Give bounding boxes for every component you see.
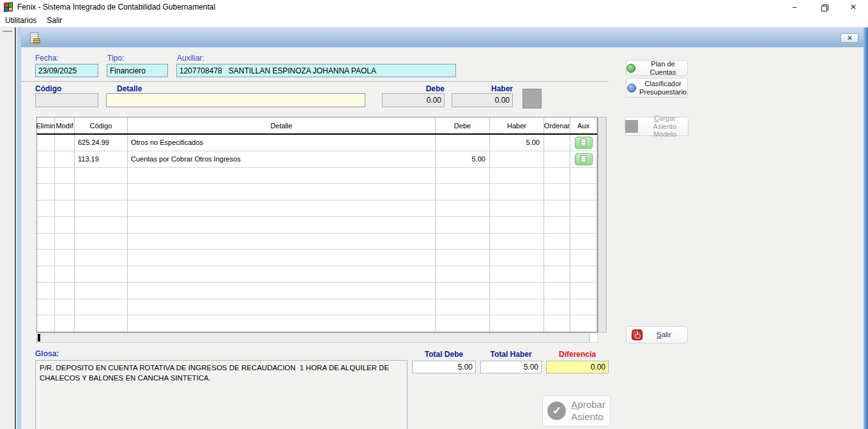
debe-input[interactable]: 0.00 [382, 93, 445, 107]
fecha-input[interactable]: 23/09/2025 [35, 64, 98, 77]
cell-debe: 5.00 [436, 151, 490, 167]
salir-label: Salir [657, 331, 671, 339]
table-row[interactable] [37, 250, 597, 266]
add-entry-button[interactable] [522, 89, 542, 109]
document-icon [30, 33, 38, 43]
notepad-icon [581, 139, 586, 146]
table-row[interactable] [37, 200, 597, 217]
cell-modif [55, 217, 75, 233]
restore-icon [821, 4, 827, 10]
table-row[interactable] [37, 234, 597, 250]
cell-debe [436, 217, 490, 233]
left-collapsed-panel[interactable] [0, 27, 16, 429]
cell-elimin [37, 151, 55, 167]
close-button[interactable]: ✕ [839, 0, 868, 14]
detalle-input[interactable] [106, 93, 365, 107]
total-debe-field: 5.00 [412, 361, 476, 373]
cell-codigo [75, 168, 128, 184]
table-row[interactable]: 625.24.99Otros no Especificados5.00 [37, 135, 597, 151]
cell-haber [490, 151, 544, 167]
table-bottom-strip[interactable] [36, 333, 590, 343]
aux-button[interactable] [575, 137, 593, 149]
cell-detalle [128, 200, 436, 216]
haber-label: Haber [452, 84, 513, 93]
auxiliar-input[interactable]: 1207708478 SANTILLAN ESPINOZA JOHANNA PA… [176, 64, 456, 77]
cell-modif [55, 299, 75, 315]
cell-codigo [75, 250, 128, 266]
cell-aux [570, 135, 597, 151]
cell-ordenar [544, 184, 570, 200]
menu-utilitarios[interactable]: Utilitarios [0, 14, 42, 27]
column-header[interactable]: Debe [436, 117, 490, 133]
cell-modif [55, 266, 75, 282]
cell-elimin [37, 200, 55, 216]
column-header[interactable]: Detalle [128, 117, 436, 133]
panel-grabber-icon [3, 31, 12, 32]
restore-button[interactable] [809, 0, 839, 14]
cell-detalle [128, 315, 436, 331]
cell-haber [490, 168, 544, 184]
cell-debe [436, 200, 490, 216]
cell-aux [570, 315, 597, 331]
cell-ordenar [544, 234, 570, 250]
cell-aux [570, 184, 597, 200]
table-row[interactable] [37, 184, 597, 200]
cell-codigo [75, 266, 128, 282]
table-row[interactable] [37, 299, 597, 316]
glosa-textarea[interactable]: P/R. DEPOSITO EN CUENTA ROTATIVA DE INGR… [35, 360, 407, 429]
column-header[interactable]: Modif [55, 117, 75, 133]
notepad-icon [581, 155, 586, 163]
table-row[interactable] [37, 168, 597, 184]
diferencia-field: 0.00 [546, 361, 609, 373]
table-row[interactable] [37, 283, 597, 299]
table-row[interactable] [37, 266, 597, 283]
cell-haber: 5.00 [490, 135, 544, 151]
codigo-label: Código [35, 84, 61, 93]
column-header[interactable]: Aux [570, 117, 597, 133]
column-header[interactable]: Elimin [37, 117, 55, 133]
table-row[interactable] [37, 315, 597, 332]
haber-input[interactable]: 0.00 [452, 93, 513, 107]
cell-haber [490, 315, 544, 331]
cell-haber [490, 299, 544, 315]
green-sphere-icon [627, 64, 636, 73]
cell-ordenar [544, 135, 570, 151]
glosa-label: Glosa: [35, 349, 59, 358]
cell-haber [490, 184, 544, 200]
clasificador-presupuestario-button[interactable]: ClasificadorPresupuestario [626, 78, 688, 98]
column-header[interactable]: Ordenar [544, 117, 570, 133]
table-row[interactable]: 113.19Cuentas por Cobrar Otros Ingresos5… [37, 151, 597, 168]
window-right-border [864, 27, 868, 429]
os-titlebar: Fenix - Sistema Integrado de Contabilida… [0, 0, 868, 14]
cell-modif [55, 283, 75, 299]
cell-haber [490, 217, 544, 233]
entries-table: EliminModifCódigoDetalleDebeHaberOrdenar… [36, 117, 598, 333]
entries-table-body: 625.24.99Otros no Especificados5.00113.1… [37, 135, 597, 332]
column-header[interactable]: Haber [490, 117, 544, 133]
cell-ordenar [544, 168, 570, 184]
cell-debe [436, 299, 490, 315]
cell-debe [436, 135, 490, 151]
cell-aux [570, 299, 597, 315]
entries-table-header: EliminModifCódigoDetalleDebeHaberOrdenar… [37, 117, 597, 135]
cell-modif [55, 234, 75, 250]
aprobar-asiento-button[interactable]: AprobarAsiento [542, 395, 611, 426]
cell-modif [55, 315, 75, 331]
cell-ordenar [544, 266, 570, 282]
codigo-input[interactable] [35, 93, 98, 107]
salir-button[interactable]: Salir [626, 326, 688, 343]
menu-salir[interactable]: Salir [42, 14, 67, 27]
table-bottom-strip-end [590, 333, 598, 343]
table-row[interactable] [37, 217, 597, 234]
child-close-button[interactable]: ✕ [841, 33, 858, 43]
cell-elimin [37, 168, 55, 184]
tipo-input[interactable]: Financiero [107, 64, 168, 77]
table-vertical-scrollbar[interactable] [598, 117, 607, 333]
column-header[interactable]: Código [75, 117, 128, 133]
cell-aux [570, 200, 597, 216]
aux-button[interactable] [575, 153, 593, 165]
cell-aux [570, 234, 597, 250]
minimize-button[interactable]: – [780, 0, 809, 14]
plan-de-cuentas-button[interactable]: Plan de Cuentas [626, 60, 688, 76]
cargar-asiento-modelo-button[interactable]: Cargar AsientoModelo [625, 117, 689, 136]
